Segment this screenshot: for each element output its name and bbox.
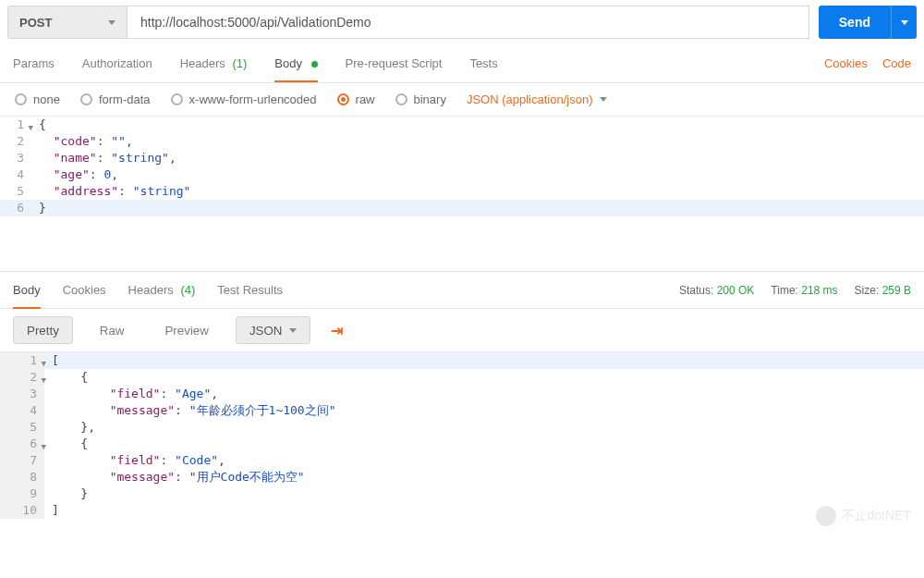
body-type-row: none form-data x-www-form-urlencoded raw… <box>0 83 924 117</box>
radio-icon <box>337 93 349 105</box>
radio-icon <box>80 93 92 105</box>
content-type-select[interactable]: JSON (application/json) <box>467 92 608 106</box>
response-header: Body Cookies Headers (4) Test Results St… <box>0 272 924 309</box>
resp-tab-body[interactable]: Body <box>13 272 41 308</box>
code-line: 2 "code": "", <box>0 133 924 150</box>
chevron-down-icon <box>289 328 297 333</box>
chevron-down-icon <box>108 20 116 25</box>
request-body-editor[interactable]: 1▼{2 "code": "",3 "name": "string",4 "ag… <box>0 117 924 272</box>
code-line: 3 "name": "string", <box>0 150 924 166</box>
pretty-button[interactable]: Pretty <box>13 316 73 344</box>
code-line: 7 "field": "Code", <box>0 452 924 469</box>
code-line: 3 "field": "Age", <box>0 386 924 402</box>
size-value: 259 B <box>882 284 911 297</box>
resp-headers-count: (4) <box>180 283 195 297</box>
status-value: 200 OK <box>717 284 755 297</box>
send-button[interactable]: Send <box>819 6 891 39</box>
dot-indicator-icon <box>311 61 318 68</box>
code-line: 6} <box>0 200 924 216</box>
code-line: 9 } <box>0 486 924 502</box>
url-input[interactable] <box>128 6 809 39</box>
line-wrap-icon[interactable]: ⇥ <box>323 318 350 343</box>
tab-prerequest[interactable]: Pre-request Script <box>346 45 443 81</box>
code-line: 4 "message": "年龄必须介于1~100之间" <box>0 402 924 419</box>
code-link[interactable]: Code <box>882 56 911 70</box>
send-options-button[interactable] <box>891 6 917 39</box>
tab-headers-label: Headers <box>180 56 225 70</box>
radio-binary[interactable]: binary <box>395 92 446 106</box>
resp-tab-headers-label: Headers <box>128 283 174 297</box>
resp-tab-cookies[interactable]: Cookies <box>63 272 106 308</box>
code-line: 5 "address": "string" <box>0 183 924 200</box>
chevron-down-icon <box>901 20 908 25</box>
code-line: 5 }, <box>0 419 924 436</box>
format-select[interactable]: JSON <box>236 316 311 344</box>
raw-button[interactable]: Raw <box>86 316 139 344</box>
radio-icon <box>395 93 407 105</box>
response-body-viewer[interactable]: 1▼[2▼ {3 "field": "Age",4 "message": "年龄… <box>0 351 924 519</box>
code-line: 2▼ { <box>0 369 924 386</box>
cookies-link[interactable]: Cookies <box>824 56 868 70</box>
chevron-down-icon <box>600 97 607 102</box>
resp-tab-test-results[interactable]: Test Results <box>217 272 283 308</box>
request-bar: POST Send <box>0 0 924 44</box>
code-line: 10] <box>0 502 924 519</box>
response-meta: Status: 200 OK Time: 218 ms Size: 259 B <box>679 284 911 297</box>
tab-headers[interactable]: Headers (1) <box>180 45 248 81</box>
radio-icon <box>15 93 27 105</box>
tab-tests[interactable]: Tests <box>469 45 497 81</box>
tab-body-label: Body <box>274 56 302 70</box>
preview-button[interactable]: Preview <box>151 316 222 344</box>
code-line: 4 "age": 0, <box>0 166 924 183</box>
time-value: 218 ms <box>801 284 837 297</box>
content-type-label: JSON (application/json) <box>467 92 593 106</box>
radio-none[interactable]: none <box>15 92 60 106</box>
request-tabs: Params Authorization Headers (1) Body Pr… <box>0 44 924 83</box>
resp-tab-headers[interactable]: Headers (4) <box>128 272 196 308</box>
tab-params[interactable]: Params <box>13 45 55 81</box>
code-line: 6▼ { <box>0 436 924 452</box>
headers-count: (1) <box>232 56 247 70</box>
http-method-select[interactable]: POST <box>7 6 128 39</box>
http-method-value: POST <box>19 16 52 30</box>
radio-raw[interactable]: raw <box>337 92 375 106</box>
response-toolbar: Pretty Raw Preview JSON ⇥ <box>0 309 924 351</box>
send-button-group: Send <box>819 6 917 39</box>
code-line: 1▼[ <box>0 352 924 369</box>
format-label: JSON <box>249 324 283 338</box>
radio-urlencoded[interactable]: x-www-form-urlencoded <box>171 92 317 106</box>
code-line: 1▼{ <box>0 117 924 133</box>
radio-icon <box>171 93 183 105</box>
tab-body[interactable]: Body <box>274 45 317 81</box>
code-line: 8 "message": "用户Code不能为空" <box>0 469 924 486</box>
radio-form-data[interactable]: form-data <box>80 92 151 106</box>
tab-authorization[interactable]: Authorization <box>82 45 152 81</box>
